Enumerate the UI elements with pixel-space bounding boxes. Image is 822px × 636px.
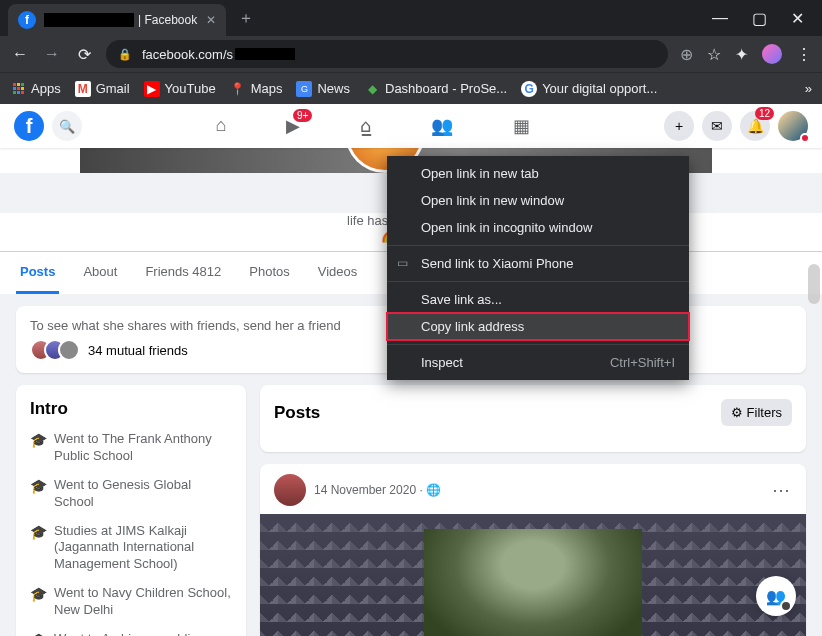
notifications-icon[interactable]: 🔔12 [740,111,770,141]
gmail-icon: M [75,81,91,97]
facebook-header: f 🔍 ⌂ ▶9+ ⌂̲ 👥 ▦ + ✉ 🔔12 [0,104,822,148]
post-image[interactable] [260,514,806,636]
post-date[interactable]: 14 November 2020 [314,483,416,497]
education-icon: 🎓 [30,431,46,465]
scrollbar[interactable] [808,264,820,304]
education-icon: 🎓 [30,477,46,511]
tab-title: | Facebook [138,13,197,27]
redacted-title [44,13,134,27]
ctx-send-to-phone[interactable]: ▭Send link to Xiaomi Phone [387,250,689,277]
tab-posts[interactable]: Posts [16,252,59,294]
groups-icon[interactable]: 👥 [431,115,453,137]
ctx-open-new-window[interactable]: Open link in new window [387,187,689,214]
facebook-search-icon[interactable]: 🔍 [52,111,82,141]
close-tab-icon[interactable]: ✕ [206,13,216,27]
bookmarks-overflow-icon[interactable]: » [805,81,812,96]
news-icon: G [296,81,312,97]
minimize-icon[interactable]: — [712,9,728,28]
watch-icon[interactable]: ▶9+ [286,115,300,137]
maps-icon: 📍 [230,81,246,97]
google-icon: G [521,81,537,97]
facebook-logo[interactable]: f [14,111,44,141]
posts-header-card: Posts ⚙Filters [260,385,806,452]
maximize-icon[interactable]: ▢ [752,9,767,28]
url-text: facebook.com/s [142,47,233,62]
post-author-avatar[interactable] [274,474,306,506]
browser-tab[interactable]: f | Facebook ✕ [8,4,226,36]
facebook-header-right: + ✉ 🔔12 [664,111,808,141]
messenger-icon[interactable]: ✉ [702,111,732,141]
youtube-bookmark[interactable]: ▶ YouTube [144,81,216,97]
tab-photos[interactable]: Photos [245,252,293,294]
ctx-inspect[interactable]: InspectCtrl+Shift+I [387,349,689,376]
star-icon[interactable]: ☆ [707,45,721,64]
ctx-save-link-as[interactable]: Save link as... [387,286,689,313]
search-in-page-icon[interactable]: ⊕ [680,45,693,64]
account-avatar[interactable] [778,111,808,141]
apps-bookmark[interactable]: Apps [10,81,61,97]
ctx-open-incognito[interactable]: Open link in incognito window [387,214,689,241]
context-menu: Open link in new tab Open link in new wi… [387,156,689,380]
facebook-nav: ⌂ ▶9+ ⌂̲ 👥 ▦ [82,115,664,137]
gaming-icon[interactable]: ▦ [513,115,530,137]
youtube-icon: ▶ [144,81,160,97]
filters-button[interactable]: ⚙Filters [721,399,792,426]
news-bookmark[interactable]: G News [296,81,350,97]
lock-icon: 🔒 [118,48,132,61]
intro-card: Intro 🎓Went to The Frank Anthony Public … [16,385,246,636]
profile-avatar-icon[interactable] [762,44,782,64]
home-icon[interactable]: ⌂ [216,115,227,137]
close-window-icon[interactable]: ✕ [791,9,804,28]
dashboard-bookmark[interactable]: ◆ Dashboard - ProSe... [364,81,507,97]
tab-friends[interactable]: Friends 4812 [141,252,225,294]
inspect-shortcut: Ctrl+Shift+I [610,355,675,370]
ctx-copy-link-address[interactable]: Copy link address [387,313,689,340]
bookmarks-bar: Apps M Gmail ▶ YouTube 📍 Maps G News ◆ D… [0,72,822,104]
intro-item: 🎓Studies at JIMS Kalkaji (Jagannath Inte… [30,523,232,574]
maps-bookmark[interactable]: 📍 Maps [230,81,283,97]
filters-icon: ⚙ [731,405,743,420]
intro-item: 🎓Went to Ambience public school [30,631,232,636]
extensions-icon[interactable]: ✦ [735,45,748,64]
create-button[interactable]: + [664,111,694,141]
marketplace-icon[interactable]: ⌂̲ [360,115,371,137]
facebook-favicon: f [18,11,36,29]
dashboard-icon: ◆ [364,81,380,97]
education-icon: 🎓 [30,585,46,619]
forward-icon: → [42,45,62,63]
back-icon[interactable]: ← [10,45,30,63]
intro-item: 🎓Went to Genesis Global School [30,477,232,511]
window-controls: — ▢ ✕ [712,9,822,28]
notification-dot [800,133,810,143]
new-tab-button[interactable]: ＋ [238,8,254,29]
reload-icon[interactable]: ⟳ [74,45,94,64]
tab-about[interactable]: About [79,252,121,294]
ctx-open-new-tab[interactable]: Open link in new tab [387,160,689,187]
messenger-badge [780,600,792,612]
intro-item: 🎓Went to Navy Children School, New Delhi [30,585,232,619]
mutual-friends-text[interactable]: 34 mutual friends [88,343,188,358]
phone-icon: ▭ [397,256,408,270]
messenger-float-button[interactable]: 👥 [756,576,796,616]
window-titlebar: f | Facebook ✕ ＋ — ▢ ✕ [0,0,822,36]
education-icon: 🎓 [30,523,46,574]
menu-icon[interactable]: ⋮ [796,45,812,64]
tab-videos[interactable]: Videos [314,252,362,294]
posts-title: Posts [274,403,320,423]
intro-item: 🎓Went to The Frank Anthony Public School [30,431,232,465]
address-bar[interactable]: 🔒 facebook.com/s [106,40,668,68]
intro-title: Intro [30,399,232,419]
gmail-bookmark[interactable]: M Gmail [75,81,130,97]
post-card: 14 November 2020 · 🌐 ⋯ [260,464,806,636]
mutual-avatar[interactable] [58,339,80,361]
redacted-url [235,48,295,60]
post-menu-icon[interactable]: ⋯ [772,479,792,501]
digital-bookmark[interactable]: G Your digital opport... [521,81,657,97]
education-icon: 🎓 [30,631,46,636]
post-privacy-icon: 🌐 [426,483,441,497]
browser-toolbar: ← → ⟳ 🔒 facebook.com/s ⊕ ☆ ✦ ⋮ [0,36,822,72]
